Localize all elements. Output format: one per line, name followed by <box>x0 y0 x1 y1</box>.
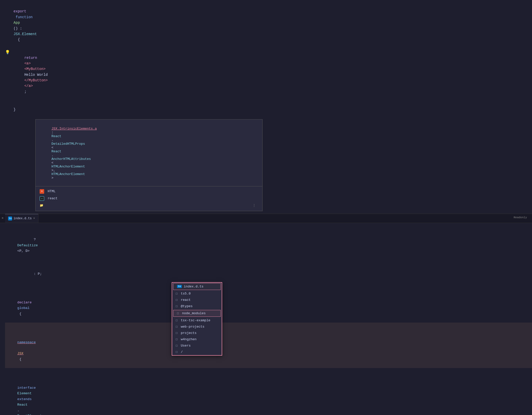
tab-index-d-ts[interactable]: ts index.d.ts × <box>5 214 38 223</box>
breadcrumb-item-types[interactable]: □ @types <box>172 303 222 309</box>
folder-icon-types: □ <box>176 305 179 308</box>
top-panel: export function App () : JSX.Element { 💡… <box>0 0 532 214</box>
folder-icon-web-projects: □ <box>176 325 179 328</box>
react-icon: ⚛ <box>40 196 44 201</box>
folder-icon-w4ngzhen: □ <box>176 338 179 341</box>
tab-close-x-left[interactable]: × <box>0 216 5 220</box>
folder-icon-node-modules: □ <box>177 312 181 315</box>
code-line-namespace: namespace JSX { <box>5 323 532 368</box>
tooltip-type-line: JSX.IntrinsicElements.a : React . Detail… <box>36 122 262 185</box>
folder-icon-root: □ <box>176 350 179 353</box>
top-code-line-3: } <box>0 101 532 119</box>
bulb-icon[interactable]: 💡 <box>5 50 10 56</box>
top-code-line-1: export function App () : JSX.Element { <box>0 3 532 49</box>
folder-icon: 📁 <box>40 204 43 207</box>
breadcrumb-dropdown: ts index.d.ts □ ts5.0 □ react □ @types □… <box>172 282 222 356</box>
html-icon: H <box>40 189 44 194</box>
breadcrumb-item-root[interactable]: □ / <box>172 349 222 355</box>
breadcrumb-item-projects[interactable]: □ projects <box>172 330 222 336</box>
folder-icon-users: □ <box>176 344 179 347</box>
top-code-line-2: 💡 return <a> <MyButton> Hello World </My… <box>0 49 532 101</box>
folder-icon-projects: □ <box>176 331 179 334</box>
ts-badge: ts <box>8 216 12 221</box>
code-line-interface-element: interface Element extends React . ReactE… <box>5 368 532 415</box>
code-line-blank1 <box>5 283 532 288</box>
bottom-panel: × ts index.d.ts × Readonly ts index.d.ts… <box>0 214 532 415</box>
autocomplete-tooltip: JSX.IntrinsicElements.a : React . Detail… <box>35 119 263 211</box>
breadcrumb-item-tsx-tsc[interactable]: □ tsx-tsc-example <box>172 317 222 324</box>
tab-filename: index.d.ts <box>13 217 32 220</box>
tooltip-item-react[interactable]: ⚛ react <box>36 195 262 202</box>
tooltip-divider <box>36 186 262 186</box>
breadcrumb-item-w4ngzhen[interactable]: □ w4ngzhen <box>172 336 222 343</box>
code-area: ? Defaultize <P, D> : P; declare global … <box>0 223 532 415</box>
breadcrumb-item-users[interactable]: □ Users <box>172 343 222 349</box>
folder-icon-ts50: □ <box>176 292 179 295</box>
folder-icon-tsx-tsc: □ <box>176 319 179 322</box>
breadcrumb-item-node-modules[interactable]: □ node_modules <box>173 310 221 317</box>
breadcrumb-item-web-projects[interactable]: □ web-projects <box>172 324 222 330</box>
code-line-p: : P; <box>5 260 532 283</box>
tooltip-item-html[interactable]: H HTML <box>36 188 262 195</box>
tooltip-dots: ⋮ <box>252 203 258 207</box>
breadcrumb-item-react[interactable]: □ react <box>172 297 222 303</box>
tooltip-item-folder[interactable]: 📁 ⋮ <box>36 202 262 208</box>
ts-badge-sm: ts <box>177 285 182 288</box>
tab-close-icon[interactable]: × <box>33 217 35 220</box>
breadcrumb-item-ts50[interactable]: □ ts5.0 <box>172 290 222 297</box>
breadcrumb-item-index[interactable]: ts index.d.ts <box>173 283 221 290</box>
code-line-defaultize: ? Defaultize <P, D> <box>5 226 532 260</box>
code-line-declare-global: declare global { <box>5 288 532 323</box>
read-only-badge: Readonly <box>514 216 527 219</box>
folder-icon-react: □ <box>176 298 179 301</box>
tab-bar: × ts index.d.ts × <box>0 214 532 223</box>
